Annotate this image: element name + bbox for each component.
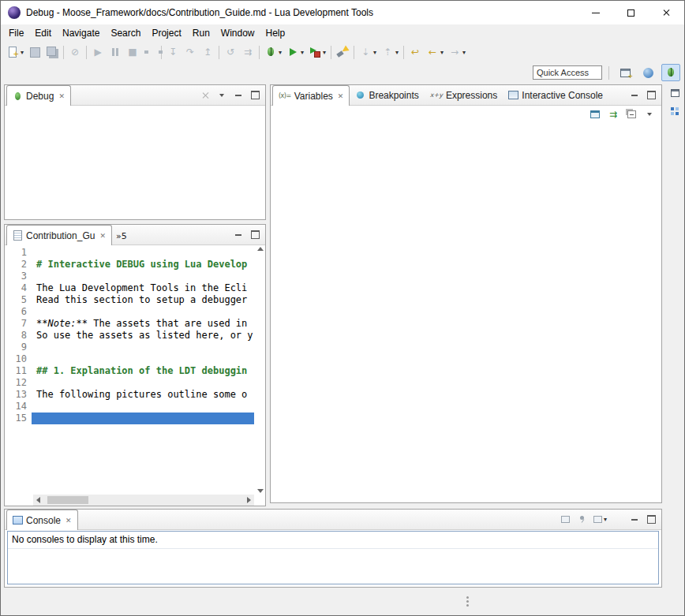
previous-annotation-button[interactable]: ⇡▾ [379, 43, 401, 61]
open-console-button[interactable]: ▾ [593, 513, 607, 526]
line-number[interactable]: 13 [5, 389, 27, 401]
skip-all-breakpoints-button[interactable]: ⊘ [66, 43, 84, 61]
editor-tab-overflow[interactable]: »5 [112, 227, 131, 245]
line-number[interactable]: 7 [5, 318, 27, 330]
forward-button[interactable]: →▾ [446, 43, 468, 61]
dropdown-arrow-icon[interactable]: ▾ [21, 49, 24, 56]
last-edit-location-button[interactable]: ↩ [406, 43, 424, 61]
minimized-view-button[interactable] [667, 103, 683, 119]
code-line[interactable]: The following pictures outline some o [32, 389, 254, 401]
view-menu-button[interactable] [216, 89, 227, 102]
menu-window[interactable]: Window [215, 25, 260, 41]
new-button[interactable]: ▾ [4, 43, 26, 61]
code-line[interactable] [32, 377, 254, 389]
view-menu-button[interactable] [644, 108, 655, 121]
dropdown-arrow-icon[interactable]: ▾ [395, 49, 399, 56]
menu-search[interactable]: Search [105, 25, 146, 41]
code-line[interactable]: Read this section to setup a debugger [32, 294, 254, 306]
step-return-button[interactable]: ↥ [199, 43, 216, 61]
code-line[interactable] [32, 353, 254, 365]
run-button[interactable]: ▾ [284, 43, 306, 61]
step-over-button[interactable]: ↷ [182, 43, 199, 61]
code-line[interactable]: The Lua Development Tools in the Ecli [32, 282, 254, 294]
pin-console-button[interactable] [577, 513, 588, 526]
scroll-down-icon[interactable] [257, 489, 264, 493]
disconnect-button[interactable] [141, 43, 159, 61]
scroll-left-icon[interactable] [36, 497, 40, 503]
menu-edit[interactable]: Edit [29, 25, 57, 41]
line-number[interactable]: 9 [5, 342, 27, 353]
maximize-view-button[interactable] [646, 513, 657, 526]
line-number[interactable]: 6 [5, 306, 27, 318]
minimize-view-button[interactable] [233, 229, 244, 241]
code-line[interactable]: **Note:** The assets that are used in [32, 318, 254, 330]
menu-help[interactable]: Help [260, 25, 291, 41]
minimize-view-button[interactable] [629, 89, 640, 102]
dropdown-arrow-icon[interactable]: ▾ [373, 49, 376, 56]
code-line[interactable] [32, 342, 254, 353]
quick-access-input[interactable]: Quick Access [533, 65, 602, 80]
dropdown-arrow-icon[interactable]: ▾ [604, 516, 607, 523]
scroll-right-icon[interactable] [247, 497, 251, 503]
script-perspective-button[interactable] [638, 64, 657, 81]
display-console-button[interactable] [560, 513, 571, 526]
minimize-view-button[interactable] [629, 513, 640, 526]
dropdown-arrow-icon[interactable]: ▾ [301, 49, 304, 56]
close-tab-icon[interactable]: ✕ [338, 92, 344, 100]
debug-perspective-button[interactable] [661, 64, 680, 81]
open-perspective-button[interactable] [616, 64, 634, 81]
minimize-button[interactable] [578, 1, 613, 24]
external-tools-button[interactable]: ▾ [306, 43, 328, 61]
dropdown-arrow-icon[interactable]: ▾ [323, 49, 326, 56]
maximize-view-button[interactable] [249, 229, 260, 241]
tab-console[interactable]: Console ✕ [6, 510, 78, 530]
code-line[interactable] [32, 401, 254, 413]
back-button[interactable]: ←▾ [424, 43, 446, 61]
dropdown-arrow-icon[interactable]: ▾ [440, 49, 444, 56]
line-number[interactable]: 5 [5, 294, 27, 306]
restore-view-button[interactable] [667, 85, 683, 101]
next-annotation-button[interactable]: ⇣▾ [357, 43, 379, 61]
line-number[interactable]: 14 [5, 401, 27, 413]
tab-debug[interactable]: Debug ✕ [6, 85, 71, 106]
drop-to-frame-button[interactable]: ↺ [222, 43, 239, 61]
close-tab-icon[interactable]: ✕ [66, 517, 72, 525]
dropdown-arrow-icon[interactable]: ▾ [462, 49, 466, 56]
line-number[interactable]: 1 [5, 247, 27, 259]
suspend-button[interactable] [107, 43, 124, 61]
editor-text-area[interactable]: # Interactive DEBUG using Lua DevelopThe… [32, 245, 254, 495]
line-number[interactable]: 11 [5, 365, 27, 377]
close-button[interactable] [649, 1, 684, 24]
show-type-names-button[interactable] [590, 108, 601, 121]
debug-button[interactable]: ▾ [262, 43, 284, 61]
scrollbar-thumb[interactable] [47, 496, 88, 504]
step-into-button[interactable]: ↧ [164, 43, 182, 61]
menu-navigate[interactable]: Navigate [57, 25, 105, 41]
code-line[interactable] [32, 271, 254, 282]
tab-contribution-guide[interactable]: Contribution_Gu ✕ [6, 225, 112, 245]
line-number[interactable]: 12 [5, 377, 27, 389]
line-number[interactable]: 2 [5, 259, 27, 271]
use-step-filters-button[interactable]: ⇉ [239, 43, 256, 61]
editor-vertical-scrollbar[interactable] [255, 247, 265, 493]
code-line[interactable]: So use the assets as listed here, or y [32, 330, 254, 342]
code-line[interactable] [32, 306, 254, 318]
editor-gutter[interactable]: 123456789101112131415 [5, 245, 32, 495]
line-number[interactable]: 8 [5, 330, 27, 342]
tab-expressions[interactable]: x+yExpressions [425, 85, 503, 105]
code-line[interactable]: # Interactive DEBUG using Lua Develop [32, 259, 254, 271]
terminate-button[interactable]: ■ [124, 43, 141, 61]
remove-all-terminated-button[interactable] [200, 89, 211, 102]
line-number[interactable]: 15 [5, 413, 27, 424]
tab-interactive-console[interactable]: Interactive Console [503, 85, 608, 105]
maximize-view-button[interactable] [249, 89, 260, 102]
collapse-all-button[interactable] [626, 108, 637, 121]
menu-run[interactable]: Run [187, 25, 215, 41]
maximize-view-button[interactable] [646, 89, 657, 102]
minimize-view-button[interactable] [233, 89, 244, 102]
tab-breakpoints[interactable]: Breakpoints [350, 85, 424, 105]
tab-variables[interactable]: (x)=Variables✕ [272, 85, 350, 106]
line-number[interactable]: 3 [5, 271, 27, 282]
code-line[interactable] [32, 247, 254, 259]
resume-button[interactable]: ▶ [89, 43, 107, 61]
